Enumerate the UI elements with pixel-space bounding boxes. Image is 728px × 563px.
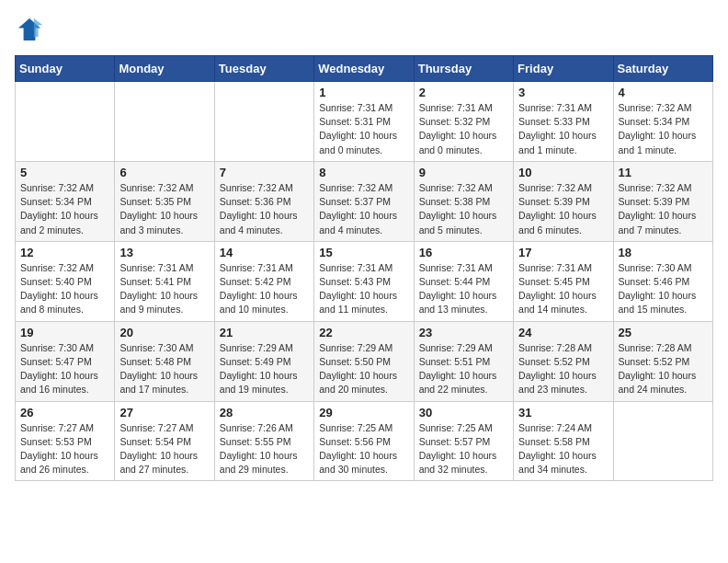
day-number: 25: [619, 326, 708, 339]
calendar-cell: 21Sunrise: 7:29 AMSunset: 5:49 PMDayligh…: [214, 321, 313, 401]
weekday-header-wednesday: Wednesday: [314, 56, 414, 82]
weekday-header-thursday: Thursday: [414, 56, 513, 82]
weekday-header-friday: Friday: [514, 56, 613, 82]
day-number: 5: [20, 166, 109, 179]
day-info: Sunrise: 7:31 AMSunset: 5:45 PMDaylight:…: [518, 261, 608, 317]
week-row-2: 5Sunrise: 7:32 AMSunset: 5:34 PMDaylight…: [16, 161, 713, 241]
day-info: Sunrise: 7:31 AMSunset: 5:32 PMDaylight:…: [419, 101, 508, 157]
day-info: Sunrise: 7:32 AMSunset: 5:35 PMDaylight:…: [119, 181, 209, 237]
calendar-cell: 8Sunrise: 7:32 AMSunset: 5:37 PMDaylight…: [314, 161, 414, 241]
calendar-cell: [613, 401, 712, 481]
calendar-cell: 15Sunrise: 7:31 AMSunset: 5:43 PMDayligh…: [314, 241, 414, 321]
calendar-cell: 16Sunrise: 7:31 AMSunset: 5:44 PMDayligh…: [414, 241, 513, 321]
day-info: Sunrise: 7:32 AMSunset: 5:40 PMDaylight:…: [20, 261, 109, 317]
calendar-cell: 2Sunrise: 7:31 AMSunset: 5:32 PMDaylight…: [414, 82, 513, 162]
day-info: Sunrise: 7:26 AMSunset: 5:55 PMDaylight:…: [220, 421, 309, 477]
day-number: 31: [518, 406, 608, 419]
day-info: Sunrise: 7:27 AMSunset: 5:54 PMDaylight:…: [119, 421, 209, 477]
weekday-header-sunday: Sunday: [16, 56, 115, 82]
day-number: 18: [619, 246, 708, 259]
calendar-cell: 9Sunrise: 7:32 AMSunset: 5:38 PMDaylight…: [414, 161, 513, 241]
day-number: 11: [619, 166, 708, 179]
svg-marker-1: [34, 18, 43, 37]
day-number: 29: [319, 406, 408, 419]
calendar-table: SundayMondayTuesdayWednesdayThursdayFrid…: [15, 55, 713, 481]
calendar-cell: 13Sunrise: 7:31 AMSunset: 5:41 PMDayligh…: [115, 241, 214, 321]
day-number: 20: [119, 326, 209, 339]
day-info: Sunrise: 7:28 AMSunset: 5:52 PMDaylight:…: [518, 341, 608, 397]
day-number: 12: [20, 246, 109, 259]
day-info: Sunrise: 7:32 AMSunset: 5:34 PMDaylight:…: [20, 181, 109, 237]
day-info: Sunrise: 7:29 AMSunset: 5:51 PMDaylight:…: [419, 341, 508, 397]
calendar-cell: [214, 82, 313, 162]
day-number: 26: [20, 406, 109, 419]
calendar-cell: 27Sunrise: 7:27 AMSunset: 5:54 PMDayligh…: [115, 401, 214, 481]
calendar-cell: 26Sunrise: 7:27 AMSunset: 5:53 PMDayligh…: [16, 401, 115, 481]
day-info: Sunrise: 7:31 AMSunset: 5:33 PMDaylight:…: [518, 101, 608, 157]
day-info: Sunrise: 7:29 AMSunset: 5:49 PMDaylight:…: [220, 341, 309, 397]
calendar-cell: 20Sunrise: 7:30 AMSunset: 5:48 PMDayligh…: [115, 321, 214, 401]
day-number: 4: [619, 86, 708, 99]
calendar-cell: 28Sunrise: 7:26 AMSunset: 5:55 PMDayligh…: [214, 401, 313, 481]
day-number: 23: [419, 326, 508, 339]
day-info: Sunrise: 7:25 AMSunset: 5:57 PMDaylight:…: [419, 421, 508, 477]
day-info: Sunrise: 7:31 AMSunset: 5:43 PMDaylight:…: [319, 261, 408, 317]
calendar-cell: 25Sunrise: 7:28 AMSunset: 5:52 PMDayligh…: [613, 321, 712, 401]
weekday-header-tuesday: Tuesday: [214, 56, 313, 82]
day-info: Sunrise: 7:32 AMSunset: 5:36 PMDaylight:…: [220, 181, 309, 237]
calendar-cell: 1Sunrise: 7:31 AMSunset: 5:31 PMDaylight…: [314, 82, 414, 162]
day-number: 6: [119, 166, 209, 179]
calendar-cell: 22Sunrise: 7:29 AMSunset: 5:50 PMDayligh…: [314, 321, 414, 401]
calendar-cell: 10Sunrise: 7:32 AMSunset: 5:39 PMDayligh…: [514, 161, 613, 241]
calendar-cell: [16, 82, 115, 162]
day-number: 22: [319, 326, 408, 339]
day-number: 24: [518, 326, 608, 339]
weekday-header-saturday: Saturday: [613, 56, 712, 82]
day-info: Sunrise: 7:29 AMSunset: 5:50 PMDaylight:…: [319, 341, 408, 397]
week-row-1: 1Sunrise: 7:31 AMSunset: 5:31 PMDaylight…: [16, 82, 713, 162]
day-info: Sunrise: 7:31 AMSunset: 5:31 PMDaylight:…: [319, 101, 408, 157]
day-number: 27: [119, 406, 209, 419]
day-info: Sunrise: 7:32 AMSunset: 5:39 PMDaylight:…: [619, 181, 708, 237]
day-info: Sunrise: 7:24 AMSunset: 5:58 PMDaylight:…: [518, 421, 608, 477]
day-number: 15: [319, 246, 408, 259]
day-number: 2: [419, 86, 508, 99]
day-info: Sunrise: 7:27 AMSunset: 5:53 PMDaylight:…: [20, 421, 109, 477]
day-number: 17: [518, 246, 608, 259]
day-info: Sunrise: 7:30 AMSunset: 5:48 PMDaylight:…: [119, 341, 209, 397]
week-row-3: 12Sunrise: 7:32 AMSunset: 5:40 PMDayligh…: [16, 241, 713, 321]
calendar-cell: 24Sunrise: 7:28 AMSunset: 5:52 PMDayligh…: [514, 321, 613, 401]
weekday-header-monday: Monday: [115, 56, 214, 82]
calendar-cell: 17Sunrise: 7:31 AMSunset: 5:45 PMDayligh…: [514, 241, 613, 321]
calendar-cell: 4Sunrise: 7:32 AMSunset: 5:34 PMDaylight…: [613, 82, 712, 162]
day-info: Sunrise: 7:30 AMSunset: 5:46 PMDaylight:…: [619, 261, 708, 317]
calendar-cell: 14Sunrise: 7:31 AMSunset: 5:42 PMDayligh…: [214, 241, 313, 321]
calendar-cell: 7Sunrise: 7:32 AMSunset: 5:36 PMDaylight…: [214, 161, 313, 241]
calendar-cell: [115, 82, 214, 162]
day-number: 30: [419, 406, 508, 419]
calendar-cell: 23Sunrise: 7:29 AMSunset: 5:51 PMDayligh…: [414, 321, 513, 401]
calendar-cell: 12Sunrise: 7:32 AMSunset: 5:40 PMDayligh…: [16, 241, 115, 321]
calendar-cell: 31Sunrise: 7:24 AMSunset: 5:58 PMDayligh…: [514, 401, 613, 481]
day-number: 21: [220, 326, 309, 339]
week-row-5: 26Sunrise: 7:27 AMSunset: 5:53 PMDayligh…: [16, 401, 713, 481]
day-info: Sunrise: 7:31 AMSunset: 5:42 PMDaylight:…: [220, 261, 309, 317]
day-number: 19: [20, 326, 109, 339]
day-number: 13: [119, 246, 209, 259]
calendar-cell: 18Sunrise: 7:30 AMSunset: 5:46 PMDayligh…: [613, 241, 712, 321]
day-number: 3: [518, 86, 608, 99]
day-info: Sunrise: 7:32 AMSunset: 5:39 PMDaylight:…: [518, 181, 608, 237]
day-number: 14: [220, 246, 309, 259]
calendar-cell: 30Sunrise: 7:25 AMSunset: 5:57 PMDayligh…: [414, 401, 513, 481]
calendar-cell: 3Sunrise: 7:31 AMSunset: 5:33 PMDaylight…: [514, 82, 613, 162]
calendar-cell: 19Sunrise: 7:30 AMSunset: 5:47 PMDayligh…: [16, 321, 115, 401]
week-row-4: 19Sunrise: 7:30 AMSunset: 5:47 PMDayligh…: [16, 321, 713, 401]
day-number: 7: [220, 166, 309, 179]
day-info: Sunrise: 7:32 AMSunset: 5:37 PMDaylight:…: [319, 181, 408, 237]
day-info: Sunrise: 7:30 AMSunset: 5:47 PMDaylight:…: [20, 341, 109, 397]
logo: [15, 15, 48, 44]
page-header: [15, 15, 713, 44]
calendar-cell: 6Sunrise: 7:32 AMSunset: 5:35 PMDaylight…: [115, 161, 214, 241]
day-info: Sunrise: 7:25 AMSunset: 5:56 PMDaylight:…: [319, 421, 408, 477]
calendar-cell: 11Sunrise: 7:32 AMSunset: 5:39 PMDayligh…: [613, 161, 712, 241]
